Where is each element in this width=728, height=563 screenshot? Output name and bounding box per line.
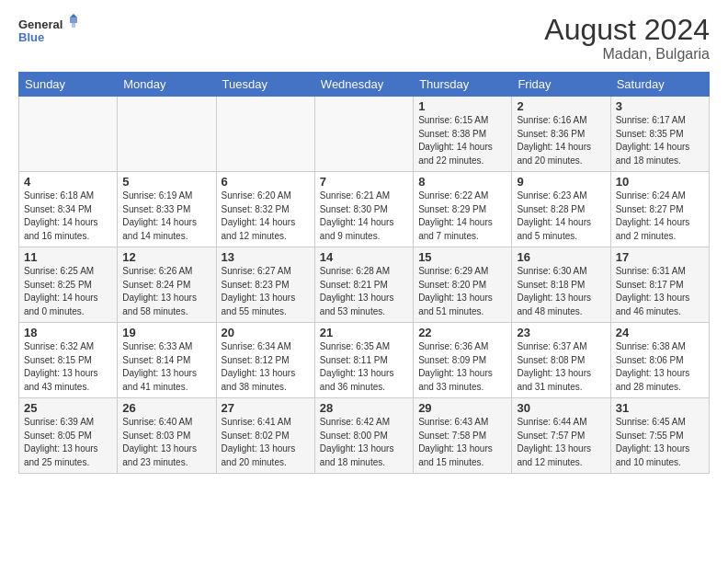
table-row: 2Sunrise: 6:16 AMSunset: 8:36 PMDaylight… [512, 97, 610, 172]
day-number: 10 [616, 175, 704, 189]
day-info: Sunrise: 6:33 AMSunset: 8:14 PMDaylight:… [122, 340, 210, 394]
day-info: Sunrise: 6:39 AMSunset: 8:05 PMDaylight:… [24, 416, 112, 469]
day-info: Sunrise: 6:43 AMSunset: 7:58 PMDaylight:… [418, 416, 506, 469]
day-number: 22 [418, 326, 506, 339]
table-row: 22Sunrise: 6:36 AMSunset: 8:09 PMDayligh… [414, 323, 512, 398]
calendar-header-row: Sunday Monday Tuesday Wednesday Thursday… [19, 73, 710, 97]
table-row: 26Sunrise: 6:40 AMSunset: 8:03 PMDayligh… [118, 398, 216, 474]
day-info: Sunrise: 6:26 AMSunset: 8:24 PMDaylight:… [122, 265, 210, 318]
table-row: 24Sunrise: 6:38 AMSunset: 8:06 PMDayligh… [610, 323, 709, 398]
day-info: Sunrise: 6:41 AMSunset: 8:02 PMDaylight:… [222, 416, 310, 469]
day-info: Sunrise: 6:35 AMSunset: 8:11 PMDaylight:… [320, 340, 408, 394]
table-row: 14Sunrise: 6:28 AMSunset: 8:21 PMDayligh… [314, 247, 413, 323]
day-info: Sunrise: 6:18 AMSunset: 8:34 PMDaylight:… [24, 190, 112, 243]
table-row: 12Sunrise: 6:26 AMSunset: 8:24 PMDayligh… [118, 247, 216, 323]
day-info: Sunrise: 6:29 AMSunset: 8:20 PMDaylight:… [418, 265, 506, 318]
table-row: 1Sunrise: 6:15 AMSunset: 8:38 PMDaylight… [414, 97, 512, 172]
day-info: Sunrise: 6:42 AMSunset: 8:00 PMDaylight:… [320, 416, 408, 469]
day-info: Sunrise: 6:31 AMSunset: 8:17 PMDaylight:… [616, 265, 704, 318]
table-row: 23Sunrise: 6:37 AMSunset: 8:08 PMDayligh… [512, 323, 610, 398]
day-info: Sunrise: 6:19 AMSunset: 8:33 PMDaylight:… [122, 190, 210, 243]
day-info: Sunrise: 6:24 AMSunset: 8:27 PMDaylight:… [616, 190, 704, 243]
table-row: 30Sunrise: 6:44 AMSunset: 7:57 PMDayligh… [512, 398, 610, 474]
table-row: 13Sunrise: 6:27 AMSunset: 8:23 PMDayligh… [216, 247, 314, 323]
location-subtitle: Madan, Bulgaria [544, 46, 710, 63]
day-number: 16 [517, 250, 605, 264]
table-row: 18Sunrise: 6:32 AMSunset: 8:15 PMDayligh… [19, 323, 118, 398]
day-number: 23 [517, 326, 605, 339]
table-row: 6Sunrise: 6:20 AMSunset: 8:32 PMDaylight… [216, 172, 314, 247]
calendar-week-row: 25Sunrise: 6:39 AMSunset: 8:05 PMDayligh… [19, 398, 710, 474]
day-info: Sunrise: 6:16 AMSunset: 8:36 PMDaylight:… [517, 114, 605, 167]
day-number: 29 [418, 401, 506, 415]
col-friday: Friday [512, 73, 610, 97]
calendar-table: Sunday Monday Tuesday Wednesday Thursday… [18, 72, 710, 474]
day-number: 30 [517, 401, 605, 415]
svg-rect-4 [72, 23, 75, 28]
svg-rect-3 [70, 17, 77, 23]
calendar-week-row: 1Sunrise: 6:15 AMSunset: 8:38 PMDaylight… [19, 97, 710, 172]
logo-icon: General Blue [18, 14, 83, 51]
month-year-title: August 2024 [544, 14, 710, 46]
calendar-week-row: 11Sunrise: 6:25 AMSunset: 8:25 PMDayligh… [19, 247, 710, 323]
day-info: Sunrise: 6:23 AMSunset: 8:28 PMDaylight:… [517, 190, 605, 243]
svg-marker-2 [70, 14, 77, 17]
day-number: 31 [616, 401, 704, 415]
table-row: 7Sunrise: 6:21 AMSunset: 8:30 PMDaylight… [314, 172, 413, 247]
day-number: 28 [320, 401, 408, 415]
table-row: 25Sunrise: 6:39 AMSunset: 8:05 PMDayligh… [19, 398, 118, 474]
day-number: 6 [222, 175, 310, 189]
day-info: Sunrise: 6:38 AMSunset: 8:06 PMDaylight:… [616, 340, 704, 394]
day-number: 14 [320, 250, 408, 264]
col-saturday: Saturday [610, 73, 709, 97]
page-header: General Blue August 2024 Madan, Bulgaria [18, 14, 710, 63]
day-number: 5 [122, 175, 210, 189]
day-number: 4 [24, 175, 112, 189]
table-row: 27Sunrise: 6:41 AMSunset: 8:02 PMDayligh… [216, 398, 314, 474]
day-number: 2 [517, 99, 605, 113]
day-number: 9 [517, 175, 605, 189]
day-info: Sunrise: 6:32 AMSunset: 8:15 PMDaylight:… [24, 340, 112, 394]
logo: General Blue [18, 14, 83, 51]
day-number: 7 [320, 175, 408, 189]
day-number: 1 [418, 99, 506, 113]
table-row [118, 97, 216, 172]
table-row: 16Sunrise: 6:30 AMSunset: 8:18 PMDayligh… [512, 247, 610, 323]
day-number: 25 [24, 401, 112, 415]
table-row: 8Sunrise: 6:22 AMSunset: 8:29 PMDaylight… [414, 172, 512, 247]
day-number: 27 [222, 401, 310, 415]
day-info: Sunrise: 6:44 AMSunset: 7:57 PMDaylight:… [517, 416, 605, 469]
day-info: Sunrise: 6:27 AMSunset: 8:23 PMDaylight:… [222, 265, 310, 318]
table-row: 11Sunrise: 6:25 AMSunset: 8:25 PMDayligh… [19, 247, 118, 323]
table-row: 5Sunrise: 6:19 AMSunset: 8:33 PMDaylight… [118, 172, 216, 247]
table-row: 15Sunrise: 6:29 AMSunset: 8:20 PMDayligh… [414, 247, 512, 323]
col-monday: Monday [118, 73, 216, 97]
table-row: 3Sunrise: 6:17 AMSunset: 8:35 PMDaylight… [610, 97, 709, 172]
day-number: 11 [24, 250, 112, 264]
day-number: 24 [616, 326, 704, 339]
day-info: Sunrise: 6:22 AMSunset: 8:29 PMDaylight:… [418, 190, 506, 243]
day-number: 17 [616, 250, 704, 264]
table-row [314, 97, 413, 172]
day-info: Sunrise: 6:28 AMSunset: 8:21 PMDaylight:… [320, 265, 408, 318]
day-number: 15 [418, 250, 506, 264]
day-number: 18 [24, 326, 112, 339]
col-thursday: Thursday [414, 73, 512, 97]
day-info: Sunrise: 6:25 AMSunset: 8:25 PMDaylight:… [24, 265, 112, 318]
day-number: 12 [122, 250, 210, 264]
table-row: 20Sunrise: 6:34 AMSunset: 8:12 PMDayligh… [216, 323, 314, 398]
day-info: Sunrise: 6:37 AMSunset: 8:08 PMDaylight:… [517, 340, 605, 394]
day-info: Sunrise: 6:34 AMSunset: 8:12 PMDaylight:… [222, 340, 310, 394]
calendar-week-row: 4Sunrise: 6:18 AMSunset: 8:34 PMDaylight… [19, 172, 710, 247]
day-info: Sunrise: 6:20 AMSunset: 8:32 PMDaylight:… [222, 190, 310, 243]
day-info: Sunrise: 6:30 AMSunset: 8:18 PMDaylight:… [517, 265, 605, 318]
day-number: 19 [122, 326, 210, 339]
day-number: 21 [320, 326, 408, 339]
day-info: Sunrise: 6:36 AMSunset: 8:09 PMDaylight:… [418, 340, 506, 394]
table-row: 21Sunrise: 6:35 AMSunset: 8:11 PMDayligh… [314, 323, 413, 398]
day-info: Sunrise: 6:45 AMSunset: 7:55 PMDaylight:… [616, 416, 704, 469]
calendar-week-row: 18Sunrise: 6:32 AMSunset: 8:15 PMDayligh… [19, 323, 710, 398]
svg-text:General: General [18, 17, 63, 31]
col-wednesday: Wednesday [314, 73, 413, 97]
col-tuesday: Tuesday [216, 73, 314, 97]
